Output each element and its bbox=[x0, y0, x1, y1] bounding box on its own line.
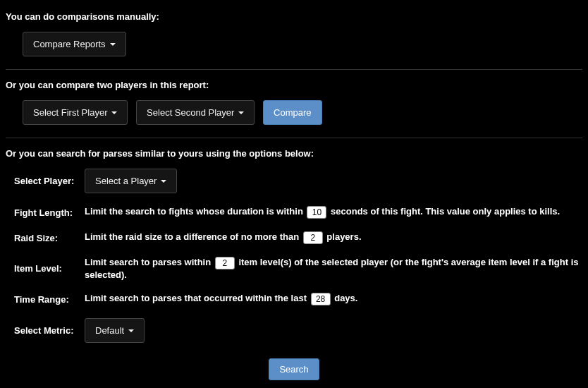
manual-compare-heading: You can do comparisons manually: bbox=[6, 11, 582, 22]
first-player-label: Select First Player bbox=[33, 107, 107, 118]
fight-length-label: Fight Length: bbox=[14, 207, 85, 218]
select-first-player-dropdown[interactable]: Select First Player bbox=[23, 100, 128, 125]
time-range-input[interactable] bbox=[311, 293, 331, 305]
compare-reports-label: Compare Reports bbox=[33, 39, 106, 49]
caret-down-icon bbox=[161, 180, 166, 183]
select-metric-label: Select Metric: bbox=[14, 325, 85, 336]
item-level-pre-text: Limit search to parses within bbox=[85, 257, 214, 267]
search-button[interactable]: Search bbox=[269, 358, 319, 380]
fight-length-input[interactable] bbox=[307, 206, 326, 219]
compare-players-heading: Or you can compare two players in this r… bbox=[6, 80, 582, 90]
caret-down-icon bbox=[111, 111, 117, 114]
divider bbox=[6, 69, 582, 70]
select-metric-dropdown[interactable]: Default bbox=[85, 318, 145, 343]
raid-size-post-text: players. bbox=[326, 231, 361, 242]
compare-reports-dropdown[interactable]: Compare Reports bbox=[23, 32, 126, 56]
fight-length-post-text: seconds of this fight. This value only a… bbox=[331, 206, 560, 217]
select-player-label: Select Player: bbox=[14, 176, 85, 186]
second-player-label: Select Second Player bbox=[147, 107, 234, 118]
search-parses-heading: Or you can search for parses similar to … bbox=[6, 148, 582, 159]
compare-button[interactable]: Compare bbox=[263, 100, 321, 125]
item-level-input[interactable] bbox=[215, 257, 235, 269]
time-range-label: Time Range: bbox=[14, 294, 85, 305]
caret-down-icon bbox=[128, 329, 134, 332]
caret-down-icon bbox=[238, 111, 244, 114]
select-metric-button-label: Default bbox=[95, 325, 124, 336]
search-button-label: Search bbox=[279, 364, 308, 375]
select-second-player-dropdown[interactable]: Select Second Player bbox=[136, 100, 255, 125]
raid-size-input[interactable] bbox=[303, 231, 323, 244]
divider bbox=[6, 138, 582, 138]
select-player-dropdown[interactable]: Select a Player bbox=[85, 169, 177, 193]
compare-button-label: Compare bbox=[274, 107, 311, 118]
raid-size-label: Raid Size: bbox=[14, 233, 85, 243]
select-player-button-label: Select a Player bbox=[95, 176, 157, 186]
raid-size-pre-text: Limit the raid size to a difference of n… bbox=[85, 231, 302, 242]
time-range-post-text: days. bbox=[334, 293, 357, 303]
caret-down-icon bbox=[110, 43, 116, 46]
fight-length-pre-text: Limit the search to fights whose duratio… bbox=[85, 206, 305, 217]
time-range-pre-text: Limit search to parses that occurred wit… bbox=[85, 293, 310, 303]
item-level-label: Item Level: bbox=[14, 263, 85, 274]
